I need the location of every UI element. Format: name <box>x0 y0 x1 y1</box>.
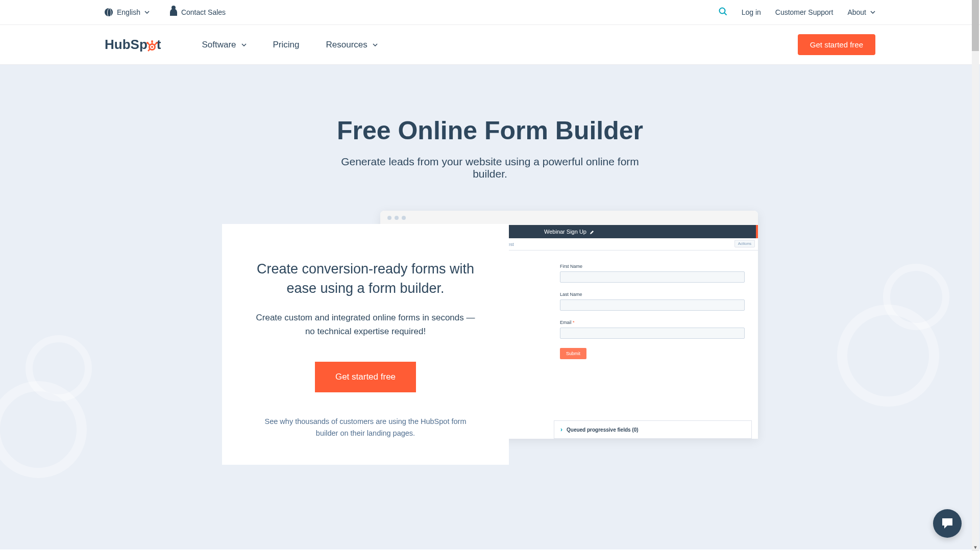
svg-point-9 <box>156 42 158 44</box>
decorative-circle <box>26 335 92 402</box>
nav-label: Software <box>202 40 236 50</box>
login-link[interactable]: Log in <box>742 8 761 16</box>
contact-sales-label: Contact Sales <box>181 8 226 16</box>
browser-chrome <box>380 211 758 225</box>
app-header-title: Webinar Sign Up <box>544 229 586 235</box>
feature-note: See why thousands of customers are using… <box>253 416 478 439</box>
get-started-button[interactable]: Get started free <box>798 34 875 55</box>
chevron-right-icon: › <box>560 426 562 433</box>
hero-section: Free Online Form Builder Generate leads … <box>0 65 980 549</box>
search-icon[interactable] <box>719 7 727 17</box>
submit-button: Submit <box>560 348 586 359</box>
scroll-thumb[interactable] <box>972 0 979 51</box>
support-link[interactable]: Customer Support <box>775 8 834 16</box>
person-icon <box>170 9 177 16</box>
page-title: Free Online Form Builder <box>0 116 980 145</box>
utility-nav: English Contact Sales Log in Customer Su… <box>0 0 980 25</box>
svg-line-10 <box>148 49 150 51</box>
svg-point-5 <box>151 40 153 42</box>
pencil-icon <box>590 230 594 234</box>
nav-item-resources[interactable]: Resources <box>326 40 378 50</box>
vertical-scrollbar[interactable]: ▲ ▼ <box>972 0 979 549</box>
field-last-name: Last Name <box>560 292 745 311</box>
nav-items: Software Pricing Resources <box>202 40 377 50</box>
queued-label: Queued progressive fields (0) <box>567 427 639 433</box>
text-input <box>560 271 745 283</box>
contact-sales-link[interactable]: Contact Sales <box>170 8 226 16</box>
sprocket-icon <box>146 39 158 51</box>
feature-card: Create conversion-ready forms with ease … <box>222 224 509 465</box>
feature-title: Create conversion-ready forms with ease … <box>253 260 478 298</box>
utility-nav-left: English Contact Sales <box>105 8 226 16</box>
logo-text-1: HubSp <box>105 37 148 53</box>
chat-widget-button[interactable] <box>933 509 962 538</box>
chevron-down-icon <box>373 42 378 47</box>
language-selector[interactable]: English <box>105 8 150 16</box>
about-dropdown[interactable]: About <box>847 8 875 16</box>
main-nav: HubSp t Software Pricing Resources Get s… <box>0 25 980 65</box>
chevron-down-icon <box>870 10 875 15</box>
queued-fields-bar: › Queued progressive fields (0) <box>554 420 752 439</box>
chat-icon <box>940 516 954 531</box>
globe-icon <box>105 8 113 16</box>
field-label: First Name <box>560 264 745 269</box>
nav-item-software[interactable]: Software <box>202 40 246 50</box>
svg-point-0 <box>719 8 725 14</box>
utility-nav-right: Log in Customer Support About <box>719 7 875 17</box>
decorative-circle <box>883 264 949 330</box>
chevron-down-icon <box>241 42 247 47</box>
nav-label: Pricing <box>273 40 300 50</box>
browser-dot <box>395 216 399 220</box>
text-input <box>560 328 745 339</box>
actions-dropdown: Actions <box>734 240 755 247</box>
browser-dot <box>402 216 406 220</box>
field-label: Last Name <box>560 292 745 297</box>
accent-stripe <box>756 225 758 238</box>
scroll-down-arrow[interactable]: ▼ <box>972 544 979 549</box>
field-email: Email * <box>560 320 745 339</box>
nav-item-pricing[interactable]: Pricing <box>273 40 300 50</box>
page-subtitle: Generate leads from your website using a… <box>327 156 653 180</box>
browser-dot <box>387 216 391 220</box>
svg-line-1 <box>724 13 727 15</box>
svg-point-3 <box>151 46 153 48</box>
chevron-down-icon <box>144 10 150 15</box>
about-label: About <box>847 8 866 16</box>
nav-label: Resources <box>326 40 368 50</box>
field-label: Email * <box>560 320 745 325</box>
text-input <box>560 299 745 311</box>
get-started-button[interactable]: Get started free <box>315 362 416 392</box>
svg-point-7 <box>146 42 149 44</box>
hubspot-logo[interactable]: HubSp t <box>105 37 161 53</box>
field-first-name: First Name <box>560 264 745 283</box>
language-label: English <box>117 8 140 16</box>
feature-description: Create custom and integrated online form… <box>253 311 478 338</box>
main-nav-left: HubSp t Software Pricing Resources <box>105 37 378 53</box>
